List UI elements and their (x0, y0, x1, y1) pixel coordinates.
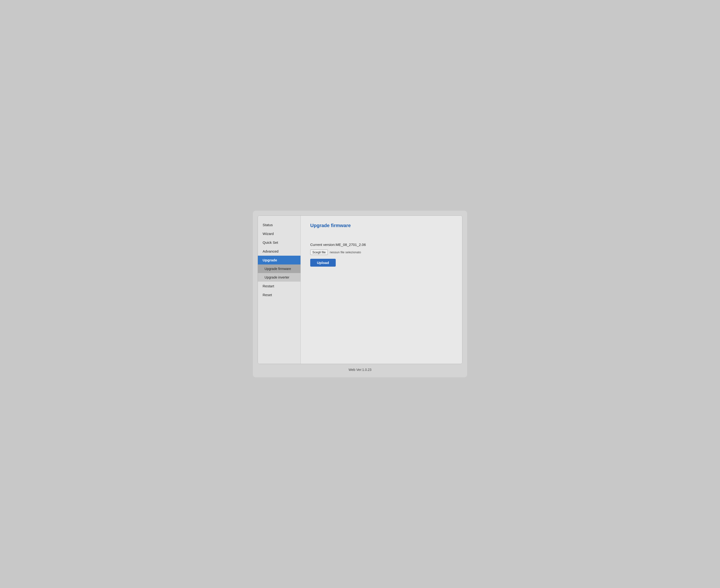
sidebar-item-upgrade[interactable]: Upgrade (258, 256, 301, 265)
sidebar-item-upgrade-inverter[interactable]: Upgrade inverter (258, 273, 301, 281)
page-title: Upgrade firmware (310, 223, 453, 228)
web-version: Web Ver:1.0.23 (349, 368, 371, 372)
sidebar-item-restart[interactable]: Restart (258, 281, 301, 290)
sidebar-item-upgrade-firmware[interactable]: Upgrade firmware (258, 265, 301, 273)
no-file-text: nessun file selezionato (330, 250, 361, 254)
footer: Web Ver:1.0.23 (258, 364, 462, 373)
upload-button[interactable]: Upload (310, 259, 336, 267)
outer-container: Status Wizard Quick Set Advanced Upgrade… (253, 211, 467, 377)
sidebar-item-status[interactable]: Status (258, 220, 301, 229)
sidebar-item-wizard[interactable]: Wizard (258, 229, 301, 238)
file-choose-button[interactable]: Scegli file (310, 250, 328, 255)
sidebar-item-advanced[interactable]: Advanced (258, 247, 301, 256)
file-input-row: Scegli file nessun file selezionato (310, 250, 453, 255)
main-wrapper: Status Wizard Quick Set Advanced Upgrade… (258, 215, 462, 364)
current-version-label: Current version:ME_08_2701_2.06 (310, 243, 453, 247)
sidebar-item-reset[interactable]: Reset (258, 290, 301, 299)
sidebar: Status Wizard Quick Set Advanced Upgrade… (258, 216, 301, 364)
content-area: Upgrade firmware Current version:ME_08_2… (301, 216, 462, 364)
firmware-section: Current version:ME_08_2701_2.06 Scegli f… (310, 243, 453, 267)
sidebar-item-quickset[interactable]: Quick Set (258, 238, 301, 247)
